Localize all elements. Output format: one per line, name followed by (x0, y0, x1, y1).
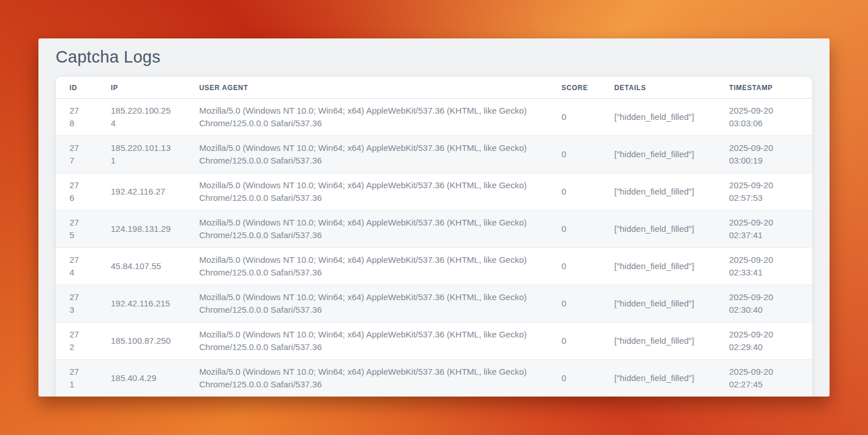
cell-score: 0 (548, 248, 600, 285)
cell-id: 277 (56, 136, 97, 173)
cell-ip: 124.198.131.29 (97, 211, 185, 248)
cell-id: 271 (56, 360, 97, 397)
cell-timestamp: 2025-09-20 02:57:53 (715, 173, 812, 211)
captcha-logs-card: Captcha Logs ID IP USER AGENT SCORE (38, 38, 830, 397)
cell-score: 0 (548, 360, 600, 397)
cell-ip: 185.220.101.131 (97, 136, 185, 173)
page-title: Captcha Logs (56, 48, 812, 67)
cell-details: ["hidden_field_filled"] (600, 173, 715, 211)
cell-timestamp: 2025-09-20 03:03:06 (715, 99, 812, 136)
cell-details: ["hidden_field_filled"] (600, 136, 715, 173)
cell-score: 0 (548, 323, 600, 360)
cell-id: 278 (56, 99, 97, 136)
cell-timestamp: 2025-09-20 02:37:41 (715, 211, 812, 248)
cell-timestamp: 2025-09-20 02:29:40 (715, 323, 812, 360)
cell-score: 0 (548, 285, 600, 323)
column-header: USER AGENT (185, 77, 548, 99)
table-row: 276 192.42.116.27 Mozilla/5.0 (Windows N… (56, 173, 812, 211)
table-header-row: ID IP USER AGENT SCORE DETAILS TIMESTAMP (56, 77, 812, 99)
cell-id: 272 (56, 323, 97, 360)
table-row: 273 192.42.116.215 Mozilla/5.0 (Windows … (56, 285, 812, 323)
cell-details: ["hidden_field_filled"] (600, 360, 715, 397)
cell-score: 0 (548, 136, 600, 173)
cell-score: 0 (548, 211, 600, 248)
captcha-logs-table-container: ID IP USER AGENT SCORE DETAILS TIMESTAMP (56, 77, 812, 397)
table-row: 272 185.100.87.250 Mozilla/5.0 (Windows … (56, 323, 812, 360)
cell-ip: 185.220.100.254 (97, 99, 185, 136)
table-header: ID IP USER AGENT SCORE DETAILS TIMESTAMP (56, 77, 812, 99)
column-header: IP (97, 77, 185, 99)
column-header: TIMESTAMP (715, 77, 812, 99)
captcha-logs-table: ID IP USER AGENT SCORE DETAILS TIMESTAMP (56, 77, 812, 397)
column-header: ID (56, 77, 97, 99)
cell-details: ["hidden_field_filled"] (600, 99, 715, 136)
cell-timestamp: 2025-09-20 02:30:40 (715, 285, 812, 323)
cell-details: ["hidden_field_filled"] (600, 248, 715, 285)
cell-details: ["hidden_field_filled"] (600, 211, 715, 248)
table-body: 278 185.220.100.254 Mozilla/5.0 (Windows… (56, 99, 812, 397)
cell-user-agent: Mozilla/5.0 (Windows NT 10.0; Win64; x64… (185, 360, 548, 397)
table-row: 277 185.220.101.131 Mozilla/5.0 (Windows… (56, 136, 812, 173)
cell-ip: 45.84.107.55 (97, 248, 185, 285)
cell-id: 273 (56, 285, 97, 323)
cell-timestamp: 2025-09-20 02:33:41 (715, 248, 812, 285)
cell-user-agent: Mozilla/5.0 (Windows NT 10.0; Win64; x64… (185, 248, 548, 285)
column-header: SCORE (548, 77, 600, 99)
table-row: 275 124.198.131.29 Mozilla/5.0 (Windows … (56, 211, 812, 248)
cell-details: ["hidden_field_filled"] (600, 285, 715, 323)
column-header: DETAILS (600, 77, 715, 99)
cell-id: 274 (56, 248, 97, 285)
table-row: 271 185.40.4.29 Mozilla/5.0 (Windows NT … (56, 360, 812, 397)
cell-ip: 192.42.116.27 (97, 173, 185, 211)
cell-timestamp: 2025-09-20 03:00:19 (715, 136, 812, 173)
cell-timestamp: 2025-09-20 02:27:45 (715, 360, 812, 397)
cell-ip: 185.100.87.250 (97, 323, 185, 360)
table-row: 278 185.220.100.254 Mozilla/5.0 (Windows… (56, 99, 812, 136)
cell-user-agent: Mozilla/5.0 (Windows NT 10.0; Win64; x64… (185, 173, 548, 211)
cell-id: 275 (56, 211, 97, 248)
cell-user-agent: Mozilla/5.0 (Windows NT 10.0; Win64; x64… (185, 323, 548, 360)
cell-user-agent: Mozilla/5.0 (Windows NT 10.0; Win64; x64… (185, 99, 548, 136)
cell-user-agent: Mozilla/5.0 (Windows NT 10.0; Win64; x64… (185, 136, 548, 173)
cell-ip: 185.40.4.29 (97, 360, 185, 397)
cell-score: 0 (548, 173, 600, 211)
cell-ip: 192.42.116.215 (97, 285, 185, 323)
cell-user-agent: Mozilla/5.0 (Windows NT 10.0; Win64; x64… (185, 285, 548, 323)
cell-details: ["hidden_field_filled"] (600, 323, 715, 360)
cell-score: 0 (548, 99, 600, 136)
cell-id: 276 (56, 173, 97, 211)
table-row: 274 45.84.107.55 Mozilla/5.0 (Windows NT… (56, 248, 812, 285)
cell-user-agent: Mozilla/5.0 (Windows NT 10.0; Win64; x64… (185, 211, 548, 248)
